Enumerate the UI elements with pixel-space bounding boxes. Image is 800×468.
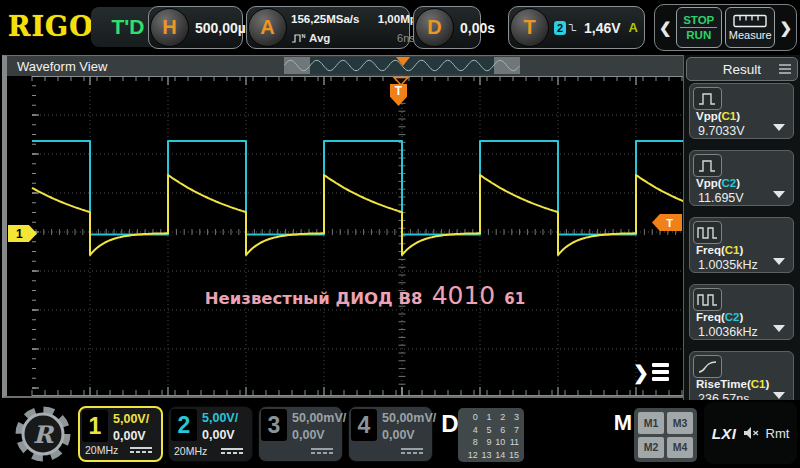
chevron-right-icon: ❯	[633, 363, 649, 382]
digital-row: 4567	[464, 424, 519, 437]
stop-run-button[interactable]: STOP RUN	[676, 7, 722, 48]
channel-scale: 5,00V/	[113, 412, 149, 426]
trigger-source-badge: 2	[554, 21, 566, 35]
sound-muted-icon	[743, 426, 760, 440]
top-toolbar: RIGOL T'D H 500,00µs/ A 156,25MSa/s 1,00…	[0, 0, 800, 55]
trigger-key-icon: T	[510, 8, 549, 47]
result-label: Freq(C1)	[696, 244, 743, 256]
menu-expand-button[interactable]: ❯	[633, 358, 669, 386]
channel-2-button[interactable]: 25,00V/0,00V20MHz	[168, 406, 253, 462]
run-label: RUN	[686, 29, 711, 41]
channel-scale: 5,00V/	[202, 411, 238, 425]
stop-label: STOP	[680, 14, 717, 28]
result-card-vpp-c1[interactable]: Vpp(C1)9.7033V	[689, 83, 794, 139]
acquisition-mode: N Avg	[291, 32, 371, 44]
waveform-plot	[30, 76, 688, 398]
chevron-down-icon[interactable]	[773, 124, 785, 131]
result-value: 236.57ns	[698, 392, 749, 400]
channel-number: 3	[261, 409, 287, 441]
hamburger-icon	[652, 363, 669, 380]
math-slot-m3[interactable]: M3	[667, 412, 693, 434]
result-card-freq-c1[interactable]: Freq(C1)1.0035kHz	[689, 217, 794, 273]
avg-pulse-icon: N	[291, 32, 306, 44]
result-value: 1.0036kHz	[698, 325, 758, 339]
result-card-freq-c2[interactable]: Freq(C2)1.0036kHz	[689, 284, 794, 340]
math-button[interactable]: M	[612, 408, 634, 438]
annotation-text: Неизвестный ДИОД В8 4010 61	[200, 281, 530, 310]
delay-key-icon: D	[415, 8, 454, 47]
digital-channels-grid[interactable]: 0123456789101112131415	[458, 408, 524, 462]
rigol-gear-logo[interactable]: R	[12, 403, 74, 465]
measure-label: Measure	[729, 29, 772, 41]
falling-edge-icon	[568, 21, 578, 34]
pulse-measure-icon	[693, 154, 722, 177]
toolbar-prev-arrow[interactable]: ❮	[658, 19, 673, 37]
ruler-icon	[733, 14, 767, 28]
result-value: 11.695V	[698, 191, 744, 205]
coupling-dc-icon	[130, 447, 152, 453]
result-label: RiseTime(C1)	[696, 378, 769, 390]
svg-text:R: R	[33, 420, 55, 449]
channel-3-button[interactable]: 350,00mV/0,00V	[258, 406, 343, 462]
digital-row: 0123	[464, 411, 519, 424]
minimap-trigger-triangle-icon	[396, 57, 410, 66]
chevron-down-icon[interactable]	[773, 191, 785, 198]
channel-offset: 0,00V	[382, 428, 415, 442]
coupling-dc-icon	[311, 448, 333, 454]
pulses-measure-icon	[693, 221, 722, 244]
chevron-down-icon[interactable]	[773, 325, 785, 332]
measure-button[interactable]: Measure	[725, 7, 776, 48]
math-slot-m4[interactable]: M4	[667, 437, 693, 459]
waveform-view-title: Waveform View	[17, 59, 107, 74]
horizontal-settings-button[interactable]: H 500,00µs/	[148, 6, 243, 49]
trigger-settings-button[interactable]: T 2 1,46V A	[508, 6, 645, 49]
channel-1-button[interactable]: 15,00V/0,00V20MHz	[78, 406, 163, 462]
result-card-vpp-c2[interactable]: Vpp(C2)11.695V	[689, 150, 794, 206]
channel-offset: 0,00V	[113, 429, 146, 443]
sample-rate: 156,25MSa/s	[291, 13, 371, 25]
channel-offset: 0,00V	[292, 428, 325, 442]
timebase-minimap[interactable]	[284, 57, 520, 74]
horizontal-key-icon: H	[150, 8, 189, 47]
chevron-down-icon[interactable]	[773, 392, 785, 399]
rise-measure-icon	[693, 355, 722, 378]
channel-bandwidth: 20MHz	[85, 444, 118, 456]
delay-value: 0,00s	[460, 20, 495, 36]
trigger-position-triangle-icon[interactable]	[394, 78, 408, 86]
math-slot-m1[interactable]: M1	[638, 412, 664, 434]
result-value: 1.0035kHz	[698, 258, 758, 272]
annotation-part3: 61	[504, 290, 525, 308]
channel-scale: 50,00mV/	[292, 411, 346, 425]
channel2-trace	[32, 141, 684, 235]
coupling-dc-icon	[221, 448, 243, 454]
channel-scale: 50,00mV/	[382, 411, 436, 425]
coupling-dc-icon	[401, 448, 423, 454]
result-title: Result	[723, 62, 761, 77]
result-panel-header[interactable]: Result	[686, 57, 798, 81]
channel1-trace	[32, 175, 684, 255]
channel-4-button[interactable]: 450,00mV/0,00V	[348, 406, 433, 462]
annotation-part1: Неизвестный ДИОД В8	[205, 289, 423, 308]
channel-number: 2	[171, 409, 197, 441]
channel-bandwidth: 20MHz	[174, 445, 207, 457]
result-card-risetime-c1[interactable]: RiseTime(C1)236.57ns	[689, 351, 794, 400]
result-panel: Result Vpp(C1)9.7033VVpp(C2)11.695VFreq(…	[683, 55, 800, 400]
toolbar-next-arrow[interactable]: ❯	[778, 19, 793, 37]
delay-settings-button[interactable]: D 0,00s	[413, 6, 481, 49]
result-label: Vpp(C2)	[696, 177, 740, 189]
result-label: Vpp(C1)	[696, 110, 740, 122]
acquisition-settings-button[interactable]: A 156,25MSa/s 1,00Mpts N Avg 6ns/pt	[246, 6, 410, 49]
oscilloscope-screen: RIGOL T'D H 500,00µs/ A 156,25MSa/s 1,00…	[0, 0, 800, 468]
chevron-down-icon[interactable]	[773, 258, 785, 265]
digital-row: 891011	[464, 436, 519, 449]
lxi-label: LXI	[712, 425, 737, 442]
result-value: 9.7033V	[698, 124, 745, 138]
digital-row: 12131415	[464, 449, 519, 462]
acquisition-key-icon: A	[248, 8, 287, 47]
channel-number: 4	[351, 409, 377, 441]
trigger-sweep-mode: A	[629, 20, 638, 35]
math-slot-m2[interactable]: M2	[638, 437, 664, 459]
channel-number: 1	[82, 410, 108, 442]
pulse-measure-icon	[693, 87, 722, 110]
result-menu-icon[interactable]	[779, 64, 791, 74]
